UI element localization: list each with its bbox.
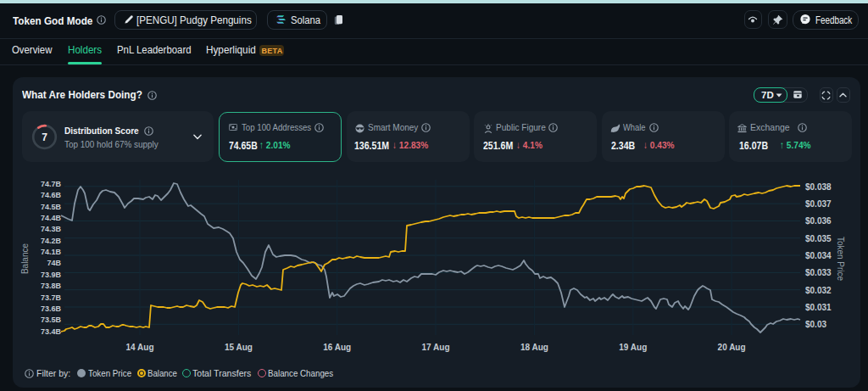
svg-text:74.6B: 74.6B (41, 191, 62, 199)
svg-text:73.4B: 73.4B (41, 327, 62, 336)
svg-text:74.1B: 74.1B (41, 248, 62, 256)
svg-text:74.4B: 74.4B (41, 214, 62, 222)
svg-text:$0.03: $0.03 (805, 320, 826, 329)
svg-text:74.2B: 74.2B (41, 237, 62, 245)
svg-text:16 Aug: 16 Aug (323, 343, 351, 352)
svg-text:7: 7 (42, 131, 47, 143)
svg-text:Balance: Balance (20, 243, 30, 274)
svg-text:$0.038: $0.038 (805, 182, 832, 192)
svg-text:74.7B: 74.7B (41, 180, 62, 188)
svg-text:73.5B: 73.5B (41, 316, 62, 324)
svg-text:14 Aug: 14 Aug (126, 343, 154, 352)
svg-text:$0.034: $0.034 (805, 251, 832, 260)
svg-text:$0.033: $0.033 (805, 268, 832, 277)
svg-text:$0.035: $0.035 (805, 234, 832, 243)
svg-text:17 Aug: 17 Aug (422, 343, 450, 352)
svg-text:$0.031: $0.031 (805, 303, 832, 312)
svg-text:20 Aug: 20 Aug (718, 343, 746, 352)
svg-text:19 Aug: 19 Aug (619, 343, 647, 352)
svg-text:73.9B: 73.9B (41, 271, 62, 279)
svg-text:73.8B: 73.8B (41, 282, 62, 290)
svg-text:74.5B: 74.5B (41, 203, 62, 211)
svg-text:73.7B: 73.7B (41, 293, 62, 302)
svg-text:$0.032: $0.032 (805, 286, 832, 295)
svg-text:73.6B: 73.6B (41, 304, 62, 313)
svg-text:74.3B: 74.3B (41, 225, 62, 233)
svg-text:Token Price: Token Price (836, 237, 845, 282)
svg-text:74B: 74B (47, 259, 61, 267)
svg-text:$0.037: $0.037 (805, 199, 832, 209)
svg-text:15 Aug: 15 Aug (225, 343, 253, 352)
svg-text:$0.036: $0.036 (805, 216, 832, 226)
svg-text:18 Aug: 18 Aug (520, 343, 548, 352)
